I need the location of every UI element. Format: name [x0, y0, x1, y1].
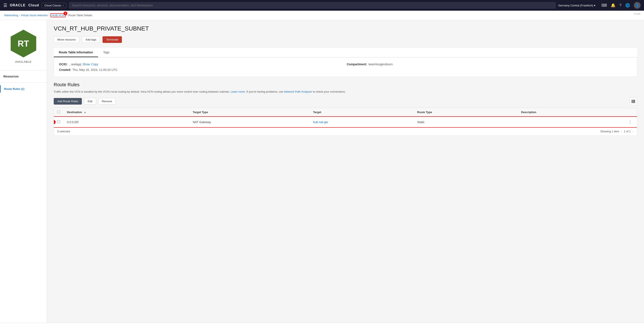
resource-icon: RT	[8, 29, 38, 59]
cloud-classic-button[interactable]: Cloud Classic ›	[42, 3, 66, 8]
breadcrumb: Networking › Virtual cloud networks › HU…	[0, 11, 644, 20]
bell-icon[interactable]: 🔔	[611, 3, 616, 8]
copy-link[interactable]: Copy	[91, 63, 98, 66]
created-row: Created: Thu, May 16, 2024, 11:00:20 UTC	[59, 68, 344, 72]
table-body: 1 0.0.0.0/0 NAT Gateway hub-nat-gw Stati…	[54, 117, 637, 127]
network-path-link[interactable]: Network Path Analyzer	[284, 90, 312, 93]
add-tags-button[interactable]: Add tags	[82, 36, 100, 43]
prev-page-button[interactable]: ‹	[621, 129, 622, 133]
menu-icon[interactable]: ☰	[4, 3, 7, 8]
svg-rect-2	[633, 100, 634, 103]
move-resource-button[interactable]: Move resource	[54, 36, 79, 43]
tab-tags[interactable]: Tags	[98, 48, 115, 57]
cloud-classic-label: Cloud Classic	[44, 4, 61, 7]
pagination-info: 1 of 1	[624, 130, 631, 133]
sidebar-icon-area: RT AVAILABLE	[0, 24, 47, 68]
header-target[interactable]: Target	[310, 108, 414, 117]
row-description	[518, 117, 623, 127]
breadcrumb-current: Route Table Details	[68, 14, 92, 17]
row-route-type: Static	[414, 117, 518, 127]
header-destination[interactable]: Destination ▲	[64, 108, 189, 117]
region-label: Germany Central (Frankfurt)	[558, 4, 593, 7]
row-target: hub-nat-gw	[310, 117, 414, 127]
desc-end: to check your connections.	[313, 90, 346, 93]
row-checkbox-cell: 1	[54, 117, 64, 127]
main-content: VCN_RT_HUB_PRIVATE_SUBNET Move resource …	[47, 20, 644, 323]
breadcrumb-networking[interactable]: Networking	[4, 14, 18, 17]
description-label: Description	[521, 111, 536, 114]
globe-icon[interactable]: 🌐	[625, 3, 630, 8]
target-type-label: Target Type	[193, 111, 208, 114]
created-label: Created:	[59, 68, 71, 72]
learn-more-link[interactable]: Learn more.	[231, 90, 246, 93]
terminate-button[interactable]: Terminate	[102, 36, 122, 43]
created-value: Thu, May 16, 2024, 11:00:20 UTC	[72, 68, 118, 72]
cloud-text: Cloud	[28, 4, 39, 7]
breadcrumb-hub-vcn[interactable]: HUB-VCN 2	[50, 13, 66, 17]
resources-heading: Resources	[0, 73, 47, 80]
search-input[interactable]	[69, 2, 556, 9]
next-page-button[interactable]: ›	[632, 129, 634, 133]
profile-avatar[interactable]: 👤 Profile	[634, 2, 640, 9]
row-badge: 1	[54, 120, 56, 124]
target-link[interactable]: hub-nat-gw	[313, 120, 328, 124]
region-selector[interactable]: Germany Central (Frankfurt) ▾	[558, 4, 596, 7]
row-more-button[interactable]: ⋮	[627, 119, 634, 125]
footer: Terms of Use and Privacy Cookie Preferen…	[0, 323, 644, 324]
hub-vcn-badge: 2	[64, 12, 67, 15]
route-rules-desc: Traffic within the VCN is handled by the…	[54, 90, 637, 94]
table-row: 1 0.0.0.0/0 NAT Gateway hub-nat-gw Stati…	[54, 117, 637, 127]
row-checkbox[interactable]	[57, 120, 60, 123]
header-actions-col	[623, 108, 637, 117]
compartment-value: IwanHoogendoorn	[368, 63, 393, 66]
tab-route-table-info[interactable]: Route Table Information	[54, 48, 98, 57]
header-target-type[interactable]: Target Type	[189, 108, 310, 117]
selected-count: 0 selected	[57, 130, 70, 133]
add-route-rules-button[interactable]: Add Route Rules	[54, 98, 82, 105]
route-rules-table: Destination ▲ Target Type Target Route T…	[54, 108, 637, 127]
action-bar: Move resource Add tags Terminate	[54, 36, 637, 43]
profile-icon: 👤	[636, 4, 639, 7]
header-description[interactable]: Description	[518, 108, 623, 117]
breadcrumb-sep-2: ›	[48, 14, 50, 17]
help-icon[interactable]: ?	[619, 3, 622, 8]
ocid-value: ...wwlagq	[69, 63, 81, 66]
header-route-type[interactable]: Route Type	[414, 108, 518, 117]
page-title: VCN_RT_HUB_PRIVATE_SUBNET	[54, 25, 637, 32]
route-rules-table-wrapper: Destination ▲ Target Type Target Route T…	[54, 108, 637, 136]
breadcrumb-sep-1: ›	[19, 14, 20, 17]
topnav-icon-group: ⌨ 🔔 ? 🌐 👤 Profile	[602, 2, 640, 9]
select-all-checkbox[interactable]	[57, 111, 60, 113]
breadcrumb-vcn[interactable]: Virtual cloud networks	[21, 14, 48, 17]
sidebar-divider-2	[0, 82, 47, 83]
row-target-type: NAT Gateway	[189, 117, 310, 127]
show-link[interactable]: Show	[82, 63, 90, 66]
desc-after-text: If you're having problems, use	[246, 90, 283, 93]
remove-button[interactable]: Remove	[98, 98, 116, 105]
info-card: OCID: ...wwlagq Show Copy Created: Thu, …	[54, 57, 637, 77]
desc-main: Traffic within the VCN is handled by the…	[54, 90, 230, 93]
oracle-logo: ORACLE Cloud	[10, 4, 39, 7]
ocid-row: OCID: ...wwlagq Show Copy	[59, 63, 344, 66]
topnav: ☰ ORACLE Cloud Cloud Classic › Germany C…	[0, 0, 644, 11]
table-footer: 0 selected Showing 1 item ‹ 1 of 1 ›	[54, 127, 637, 135]
info-left: OCID: ...wwlagq Show Copy Created: Thu, …	[59, 63, 344, 72]
columns-icon	[631, 99, 636, 103]
pagination: Showing 1 item ‹ 1 of 1 ›	[600, 129, 634, 133]
header-checkbox-col	[54, 108, 64, 117]
tab-bar: Route Table Information Tags	[54, 48, 637, 57]
row-destination: 0.0.0.0/0	[64, 117, 189, 127]
hex-label: RT	[18, 39, 29, 49]
destination-label: Destination	[67, 111, 82, 114]
main-layout: RT AVAILABLE Resources Route Rules (1) V…	[0, 20, 644, 323]
status-label: AVAILABLE	[15, 60, 32, 63]
edit-button[interactable]: Edit	[84, 98, 96, 105]
sidebar-item-route-rules[interactable]: Route Rules (1)	[0, 85, 47, 93]
terminal-icon[interactable]: ⌨	[602, 3, 607, 8]
route-type-label: Route Type	[417, 111, 432, 114]
sidebar-divider	[0, 70, 47, 70]
hub-vcn-label: HUB-VCN	[52, 14, 64, 17]
column-manage-button[interactable]	[630, 98, 637, 105]
info-right: Compartment: IwanHoogendoorn	[347, 63, 632, 72]
route-rules-title: Route Rules	[54, 82, 637, 87]
